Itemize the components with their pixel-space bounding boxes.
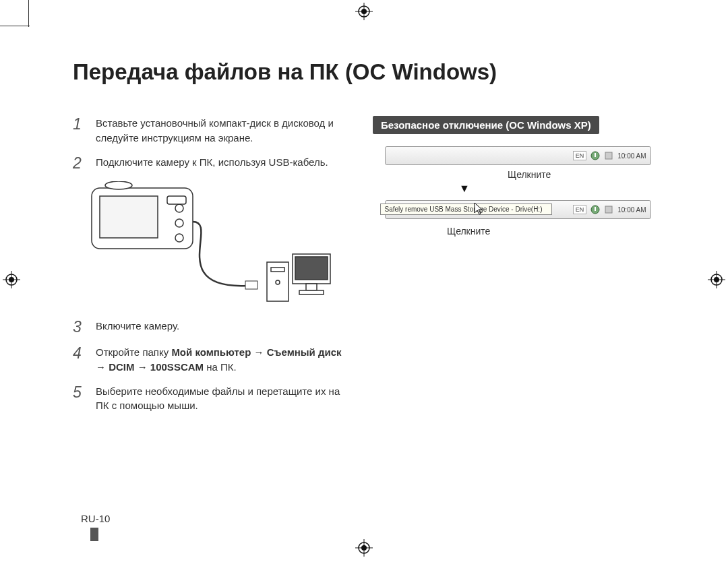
svg-rect-21	[167, 196, 186, 204]
svg-rect-35	[595, 207, 596, 211]
registration-mark-left	[3, 271, 20, 291]
step-number: 5	[73, 384, 86, 414]
language-indicator: EN	[573, 205, 587, 214]
step-number: 3	[73, 319, 86, 336]
down-arrow-icon: ▼	[459, 183, 470, 195]
svg-rect-28	[295, 257, 328, 280]
step-text: Подключите камеру к ПК, используя USB-ка…	[96, 155, 328, 172]
safely-remove-tooltip: Safely remove USB Mass Storage Device - …	[380, 204, 552, 215]
click-label-2: Щелкните	[447, 226, 490, 237]
step-text: Включите камеру.	[96, 319, 179, 336]
taskbar-clock: 10:00 AM	[617, 206, 646, 214]
svg-point-22	[105, 181, 132, 189]
svg-rect-36	[605, 206, 612, 213]
step-text: Выберите необходимые файлы и перетащите …	[96, 384, 346, 414]
svg-rect-30	[299, 290, 324, 294]
svg-rect-29	[306, 284, 317, 290]
svg-rect-23	[245, 281, 257, 289]
svg-rect-17	[100, 196, 158, 238]
page-number: RU-10	[81, 513, 110, 524]
cursor-icon	[473, 202, 484, 217]
taskbar-screenshot-1: EN 10:00 AM	[385, 146, 651, 165]
step-number: 1	[73, 116, 86, 146]
svg-point-26	[276, 280, 280, 284]
svg-rect-32	[595, 153, 596, 157]
step-number: 2	[73, 155, 86, 172]
callout-column: Безопасное отключение (ОС Windows XP) EN…	[373, 116, 663, 423]
step-text: Откройте папку Мой компьютер → Съемный д…	[96, 345, 346, 375]
svg-rect-25	[271, 268, 284, 272]
registration-mark-bottom	[355, 539, 373, 559]
registration-mark-top	[355, 3, 373, 23]
page-title: Передача файлов на ПК (ОС Windows)	[73, 59, 666, 85]
svg-point-19	[175, 219, 183, 227]
safely-remove-icon	[590, 151, 600, 160]
callout-heading: Безопасное отключение (ОС Windows XP)	[373, 116, 599, 134]
page-content: Передача файлов на ПК (ОС Windows) 1 Вст…	[73, 59, 666, 423]
taskbar-screenshot-2: Safely remove USB Mass Storage Device - …	[385, 200, 651, 219]
svg-point-20	[175, 234, 183, 242]
step-5: 5 Выберите необходимые файлы и перетащит…	[73, 384, 346, 414]
crop-mark	[0, 26, 30, 26]
svg-rect-33	[605, 152, 612, 159]
step-2: 2 Подключите камеру к ПК, используя USB-…	[73, 155, 346, 172]
step-1: 1 Вставьте установочный компакт-диск в д…	[73, 116, 346, 146]
safely-remove-icon	[590, 205, 600, 214]
step-4: 4 Откройте папку Мой компьютер → Съемный…	[73, 345, 346, 375]
camera-to-pc-illustration	[85, 181, 346, 312]
crop-mark	[28, 0, 29, 27]
registration-mark-right	[708, 271, 725, 291]
click-label-1: Щелкните	[508, 169, 551, 180]
tray-icon	[604, 205, 613, 214]
step-text: Вставьте установочный компакт-диск в дис…	[96, 116, 346, 146]
tray-icon	[604, 151, 613, 160]
svg-point-18	[175, 204, 183, 212]
language-indicator: EN	[573, 151, 587, 160]
steps-column: 1 Вставьте установочный компакт-диск в д…	[73, 116, 346, 423]
taskbar-clock: 10:00 AM	[617, 152, 646, 160]
step-3: 3 Включите камеру.	[73, 319, 346, 336]
step-number: 4	[73, 345, 86, 375]
